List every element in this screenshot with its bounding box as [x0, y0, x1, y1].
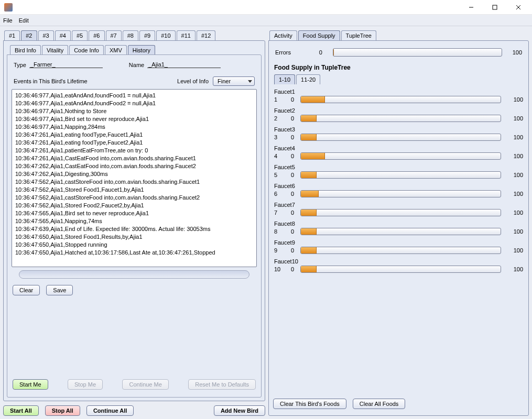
- faucet-zero: 0: [288, 153, 294, 159]
- faucet-bar-fill: [301, 134, 317, 140]
- bird-tab-2[interactable]: #2: [21, 30, 37, 40]
- faucet-max: 100: [507, 210, 523, 216]
- type-value: _Farmer_: [29, 61, 103, 68]
- faucet-bar-fill: [301, 266, 317, 272]
- clear-all-foods-button[interactable]: Clear All Foods: [353, 399, 406, 409]
- start-me-button[interactable]: Start Me: [13, 379, 48, 390]
- bird-tab-9[interactable]: #9: [139, 30, 155, 40]
- right-tab-activity[interactable]: Activity: [269, 30, 297, 40]
- errors-value: 0: [301, 49, 322, 56]
- faucet-3: Faucet330100: [272, 125, 525, 144]
- continue-all-button[interactable]: Continue All: [86, 405, 134, 416]
- bird-tab-11[interactable]: #11: [177, 30, 196, 40]
- faucet-bar-fill: [301, 191, 319, 197]
- faucet-max: 100: [507, 266, 523, 272]
- subtab-bird-info[interactable]: Bird Info: [10, 45, 41, 55]
- add-new-bird-button[interactable]: Add New Bird: [214, 405, 265, 416]
- faucet-bar: [300, 190, 501, 197]
- log-line: 10:36:47:261,Ajia1,eating foodType,Fauce…: [15, 131, 253, 139]
- level-value: Finer: [218, 78, 231, 84]
- log-line: 10:36:47:650,Ajia1,Stopped running: [15, 241, 253, 249]
- bird-tabs: #1#2#3#4#5#6#7#8#9#10#11#12: [3, 29, 265, 40]
- log-line: 10:36:46:977,Ajia1,eatAndAnd,foundFood1 …: [15, 92, 253, 100]
- start-all-button[interactable]: Start All: [3, 405, 39, 416]
- bird-tab-6[interactable]: #6: [89, 30, 104, 40]
- java-icon: [4, 3, 13, 12]
- minimize-button[interactable]: [459, 0, 483, 15]
- bird-info-row: Type _Farmer_ Name _Ajia1_: [12, 59, 257, 73]
- maximize-button[interactable]: [483, 0, 506, 15]
- faucet-bar-fill: [301, 228, 317, 235]
- log-line: 10:36:47:262,Ajia1,Digesting,300ms: [15, 170, 253, 178]
- faucet-max: 100: [507, 247, 523, 253]
- faucet-zero: 0: [288, 210, 294, 216]
- faucet-max: 100: [507, 172, 523, 178]
- right-tab-tupletree[interactable]: TupleTree: [341, 30, 376, 40]
- faucet-bar: [300, 228, 501, 235]
- faucet-max: 100: [507, 115, 523, 122]
- faucet-bar: [300, 209, 501, 216]
- horizontal-scrollbar[interactable]: [19, 270, 249, 279]
- faucet-zero: 0: [288, 247, 294, 253]
- close-button[interactable]: [506, 0, 530, 15]
- faucet-7: Faucet770100: [272, 201, 525, 219]
- subtab-code-info[interactable]: Code Info: [69, 45, 104, 55]
- save-button[interactable]: Save: [46, 285, 73, 295]
- faucet-name: Faucet4: [274, 145, 523, 152]
- faucet-zero: 0: [288, 134, 294, 140]
- faucet-index: 5: [274, 172, 281, 178]
- log-line: 10:36:47:650,Ajia1,Stored Food1,Results,…: [15, 233, 253, 241]
- bird-tab-5[interactable]: #5: [72, 30, 88, 40]
- level-label: Level of Info: [177, 78, 209, 84]
- faucet-bar: [300, 115, 501, 122]
- faucet-bar-fill: [301, 172, 317, 178]
- menu-file[interactable]: File: [3, 17, 13, 24]
- faucet-zero: 0: [288, 266, 294, 272]
- faucet-index: 8: [274, 228, 281, 235]
- faucet-2: Faucet220100: [272, 106, 525, 125]
- continue-me-button[interactable]: Continue Me: [122, 379, 168, 390]
- faucet-zero: 0: [288, 172, 294, 178]
- stop-all-button[interactable]: Stop All: [45, 405, 80, 416]
- event-log[interactable]: 10:36:46:977,Ajia1,eatAndAnd,foundFood1 …: [12, 89, 257, 267]
- right-tab-food-supply[interactable]: Food Supply: [298, 30, 340, 40]
- faucet-bar-fill: [301, 247, 317, 253]
- menu-bar: File Edit: [0, 15, 532, 26]
- faucet-name: Faucet3: [274, 126, 523, 134]
- bird-tab-8[interactable]: #8: [123, 30, 138, 40]
- faucet-index: 1: [274, 96, 281, 103]
- subtab-history[interactable]: History: [128, 45, 155, 55]
- range-tab-1-10[interactable]: 1-10: [274, 74, 295, 84]
- clear-bird-foods-button[interactable]: Clear This Bird's Foods: [273, 399, 346, 409]
- faucet-max: 100: [507, 153, 523, 159]
- faucet-name: Faucet1: [274, 89, 523, 96]
- bird-tab-7[interactable]: #7: [106, 30, 122, 40]
- reset-me-button[interactable]: Reset Me to Defaults: [188, 379, 256, 390]
- stop-me-button[interactable]: Stop Me: [68, 379, 103, 390]
- log-line: 10:36:47:562,Ajia1,Stored Food2,Faucet2,…: [15, 202, 253, 210]
- level-combo[interactable]: Finer: [213, 76, 255, 86]
- faucet-10: Faucet10100100: [272, 257, 525, 276]
- svg-rect-1: [493, 5, 497, 9]
- menu-edit[interactable]: Edit: [19, 17, 29, 24]
- faucet-index: 4: [274, 153, 281, 159]
- bird-tab-4[interactable]: #4: [55, 30, 71, 40]
- faucet-5: Faucet550100: [272, 163, 525, 182]
- bird-tab-12[interactable]: #12: [197, 30, 215, 40]
- bird-subtabs: Bird InfoVitalityCode InfoXMVHistory: [10, 45, 262, 55]
- bird-tab-1[interactable]: #1: [4, 30, 20, 40]
- clear-button[interactable]: Clear: [13, 285, 40, 295]
- faucet-name: Faucet6: [274, 183, 523, 190]
- faucet-index: 3: [274, 134, 281, 140]
- faucet-bar: [300, 171, 501, 179]
- subtab-xmv[interactable]: XMV: [105, 45, 127, 55]
- faucet-index: 9: [274, 247, 281, 253]
- faucet-max: 100: [507, 191, 523, 197]
- right-tabs: ActivityFood SupplyTupleTree: [268, 29, 529, 40]
- subtab-vitality[interactable]: Vitality: [42, 45, 68, 55]
- log-line: 10:36:46:977,Ajia1,Nothing to Store: [15, 107, 253, 115]
- bird-tab-10[interactable]: #10: [156, 30, 175, 40]
- bird-tab-3[interactable]: #3: [38, 30, 54, 40]
- log-line: 10:36:47:262,Ajia1,CastEatFood into,com.…: [15, 162, 253, 170]
- range-tab-11-20[interactable]: 11-20: [296, 74, 320, 84]
